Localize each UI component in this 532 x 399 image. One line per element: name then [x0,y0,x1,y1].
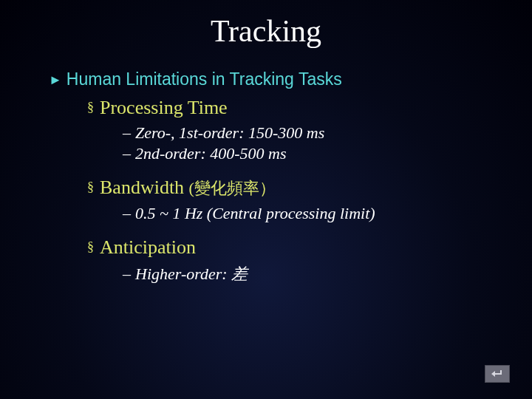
triangle-icon: ► [49,72,62,87]
section-label: §Anticipation [87,236,498,259]
dash-icon: – [123,204,131,222]
slide-title: Tracking [34,13,498,49]
heading-line: ►Human Limitations in Tracking Tasks [49,69,498,89]
section-label-text: Processing Time [100,97,228,118]
dash-icon: – [123,265,131,283]
bullet-text: Zero-, 1st-order: 150-300 ms [135,123,324,142]
bullet-text: 2nd-order: 400-500 ms [135,144,287,163]
section-0: §Processing Time –Zero-, 1st-order: 150-… [34,97,498,163]
square-icon: § [87,100,94,115]
section-label: §Processing Time [87,97,498,119]
section-1: §Bandwidth (變化頻率） –0.5 ~ 1 Hz (Central p… [34,177,498,223]
section-2: §Anticipation –Higher-order: 差 [34,236,498,285]
square-icon: § [87,180,94,194]
heading-text: Human Limitations in Tracking Tasks [66,69,342,89]
slide: Tracking ►Human Limitations in Tracking … [0,0,532,399]
dash-icon: – [123,123,131,142]
square-icon: § [87,239,94,254]
section-label-text: Bandwidth [100,177,184,198]
section-label: §Bandwidth (變化頻率） [87,177,498,200]
bullet-item: –0.5 ~ 1 Hz (Central processing limit) [123,204,498,223]
dash-icon: – [123,144,131,163]
return-button[interactable] [485,365,510,383]
bullet-text: Higher-order: 差 [135,265,248,283]
bullet-item: –Higher-order: 差 [123,263,498,285]
bullet-text: 0.5 ~ 1 Hz (Central processing limit) [135,204,375,222]
section-paren: (變化頻率） [189,179,276,197]
bullet-item: –2nd-order: 400-500 ms [123,144,498,163]
bullet-item: –Zero-, 1st-order: 150-300 ms [123,123,498,143]
return-arrow-icon [490,369,505,379]
section-label-text: Anticipation [100,236,196,258]
